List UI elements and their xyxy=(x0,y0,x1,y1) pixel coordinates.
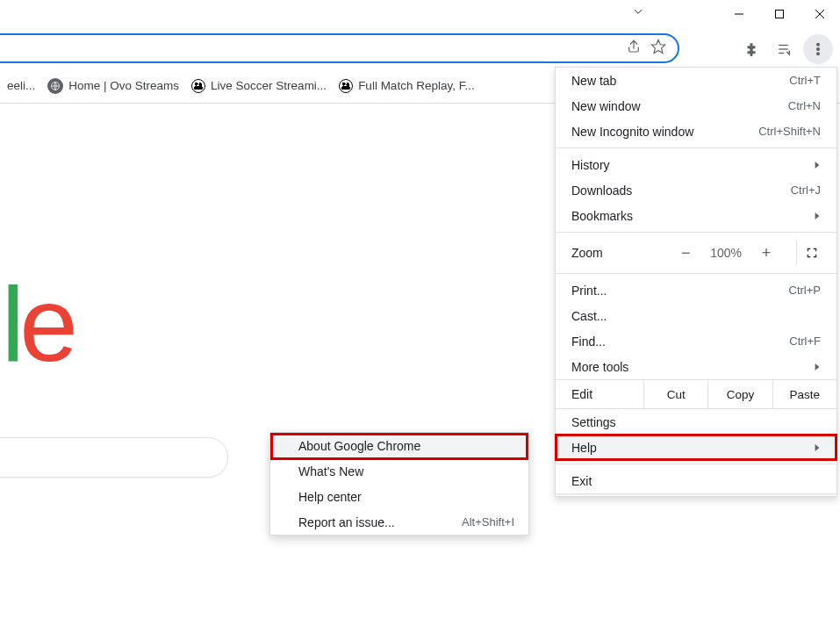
zoom-in-button[interactable]: + xyxy=(757,244,775,263)
menu-item-label: Find... xyxy=(571,334,606,349)
svg-point-9 xyxy=(817,48,820,51)
menu-item-label: New tab xyxy=(571,74,616,88)
shortcut-label: Ctrl+P xyxy=(789,284,821,297)
share-icon[interactable] xyxy=(626,39,642,58)
extensions-icon[interactable] xyxy=(736,34,766,64)
menu-item-settings[interactable]: Settings xyxy=(556,409,836,435)
menu-item-label: Downloads xyxy=(571,183,632,198)
soccer-icon xyxy=(339,79,353,93)
chevron-right-icon xyxy=(814,360,821,374)
menu-item-label: Cast... xyxy=(571,309,607,323)
bookmark-label: Full Match Replay, F... xyxy=(358,79,475,92)
svg-marker-4 xyxy=(652,40,665,54)
menu-item-label: History xyxy=(571,158,610,172)
bookmark-item[interactable]: eeli... xyxy=(7,79,35,92)
svg-marker-15 xyxy=(815,444,820,451)
close-button[interactable] xyxy=(800,0,840,28)
shortcut-label: Ctrl+N xyxy=(788,99,821,112)
menu-item-new-window[interactable]: New windowCtrl+N xyxy=(556,93,836,119)
help-submenu: About Google ChromeWhat's NewHelp center… xyxy=(269,432,529,536)
minimize-button[interactable] xyxy=(719,0,759,28)
shortcut-label: Ctrl+J xyxy=(791,183,821,197)
chevron-right-icon xyxy=(814,441,821,455)
svg-point-8 xyxy=(817,43,820,46)
menu-item-more-tools[interactable]: More tools xyxy=(556,354,836,379)
cut-button[interactable]: Cut xyxy=(643,380,707,408)
shortcut-label: Ctrl+Shift+N xyxy=(758,125,821,138)
menu-item-label: Print... xyxy=(571,284,607,298)
menu-item-find-[interactable]: Find...Ctrl+F xyxy=(556,328,836,354)
help-item-report-an-issue-[interactable]: Report an issue...Alt+Shift+I xyxy=(270,509,528,535)
chevron-right-icon xyxy=(814,158,821,172)
reading-list-icon[interactable] xyxy=(770,34,800,64)
menu-item-label: Help xyxy=(571,441,597,455)
menu-item-cast-[interactable]: Cast... xyxy=(556,303,836,328)
svg-point-10 xyxy=(817,53,820,55)
chrome-main-menu: New tabCtrl+TNew windowCtrl+NNew Incogni… xyxy=(555,67,837,497)
menu-item-label: Settings xyxy=(571,415,616,429)
soccer-icon xyxy=(191,79,205,93)
bookmark-label: Live Soccer Streami... xyxy=(211,79,327,92)
svg-marker-13 xyxy=(815,212,820,219)
tab-overflow-chevron[interactable] xyxy=(632,5,644,21)
menu-item-label: Help center xyxy=(298,490,362,504)
menu-item-new-tab[interactable]: New tabCtrl+T xyxy=(556,68,836,93)
menu-item-label: What's New xyxy=(298,464,363,478)
menu-item-label: More tools xyxy=(571,360,628,374)
menu-item-history[interactable]: History xyxy=(556,152,836,177)
zoom-value: 100% xyxy=(710,246,742,260)
google-search-input[interactable] xyxy=(0,437,228,478)
paste-button[interactable]: Paste xyxy=(772,380,836,408)
maximize-button[interactable] xyxy=(759,0,800,28)
globe-icon xyxy=(47,78,63,94)
fullscreen-button[interactable] xyxy=(796,241,826,265)
bookmark-item[interactable]: Home | Ovo Streams xyxy=(47,78,179,94)
logo-letter-e: e xyxy=(19,265,73,383)
menu-item-exit[interactable]: Exit xyxy=(556,468,836,493)
logo-letter-l: l xyxy=(2,265,20,383)
edit-label: Edit xyxy=(556,387,643,401)
toolbar xyxy=(0,32,840,67)
address-bar[interactable] xyxy=(0,33,679,63)
svg-rect-1 xyxy=(776,11,784,18)
chrome-menu-button[interactable] xyxy=(803,34,833,64)
menu-item-downloads[interactable]: DownloadsCtrl+J xyxy=(556,177,836,203)
shortcut-label: Ctrl+F xyxy=(789,334,821,348)
menu-item-label: Bookmarks xyxy=(571,209,633,223)
menu-item-label: Exit xyxy=(571,474,592,488)
window-controls xyxy=(719,0,840,28)
menu-item-label: About Google Chrome xyxy=(298,439,420,453)
shortcut-label: Alt+Shift+I xyxy=(462,515,514,529)
menu-item-bookmarks[interactable]: Bookmarks xyxy=(556,203,836,228)
svg-marker-12 xyxy=(815,162,820,169)
menu-item-label: Report an issue... xyxy=(298,515,395,529)
menu-item-help[interactable]: Help xyxy=(556,435,836,460)
menu-item-label: New Incognito window xyxy=(571,125,693,139)
bookmark-item[interactable]: Full Match Replay, F... xyxy=(339,79,475,93)
copy-button[interactable]: Copy xyxy=(707,380,772,408)
zoom-label: Zoom xyxy=(571,246,650,260)
bookmark-star-icon[interactable] xyxy=(650,39,666,58)
svg-marker-14 xyxy=(815,363,820,370)
menu-item-print-[interactable]: Print...Ctrl+P xyxy=(556,277,836,303)
menu-item-new-incognito-window[interactable]: New Incognito windowCtrl+Shift+N xyxy=(556,119,836,144)
bookmark-label: Home | Ovo Streams xyxy=(68,79,179,92)
menu-item-label: New window xyxy=(571,99,641,113)
bookmark-label: eeli... xyxy=(7,79,35,92)
zoom-out-button[interactable]: − xyxy=(677,244,694,263)
google-logo: ogle xyxy=(0,263,73,385)
help-item-help-center[interactable]: Help center xyxy=(270,484,528,509)
help-item-what-s-new[interactable]: What's New xyxy=(270,458,528,484)
shortcut-label: Ctrl+T xyxy=(789,74,821,87)
chevron-right-icon xyxy=(814,209,821,223)
bookmark-item[interactable]: Live Soccer Streami... xyxy=(191,79,327,93)
help-item-about-google-chrome[interactable]: About Google Chrome xyxy=(270,433,528,458)
